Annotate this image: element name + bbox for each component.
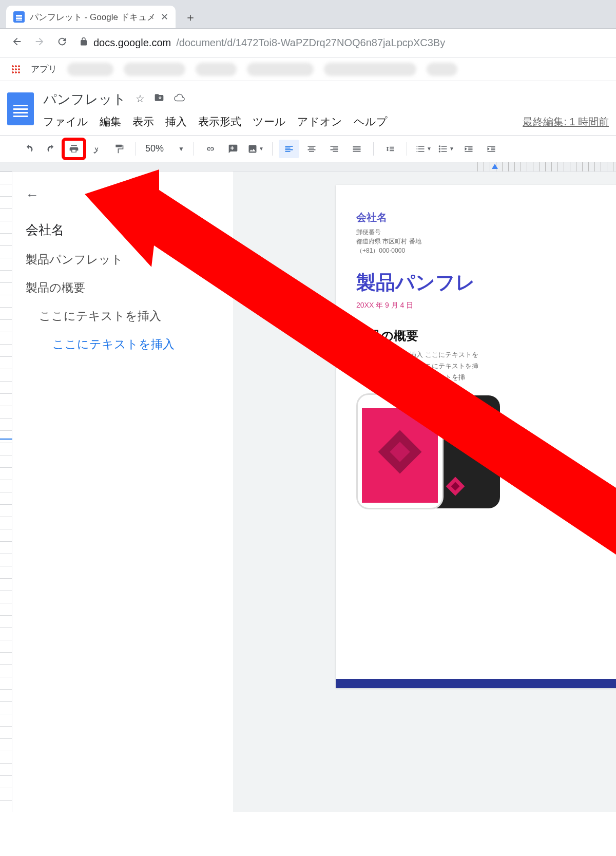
blurred-bookmark	[67, 63, 113, 76]
svg-point-1	[439, 148, 440, 149]
outline-item[interactable]: ここにテキストを挿入	[26, 308, 220, 324]
numbered-list-button[interactable]: ▼	[413, 140, 434, 158]
page-date: 20XX 年 9 月 4 日	[356, 301, 616, 310]
url-host: docs.google.com	[93, 37, 171, 49]
menu-addons[interactable]: アドオン	[297, 115, 342, 129]
spellcheck-button[interactable]	[86, 140, 107, 158]
zoom-value: 50%	[145, 143, 164, 154]
blurred-bookmark	[247, 63, 314, 76]
menu-file[interactable]: ファイル	[43, 115, 88, 129]
docs-header: パンフレット ☆ ファイル 編集 表示 挿入 表示形式 ツール アドオン ヘルプ…	[0, 81, 616, 136]
outline-panel: ← 会社名 ✕ 製品パンフレット 製品の概要 ここにテキストを挿入 ここにテキス…	[12, 172, 233, 812]
page-footer-bar	[336, 679, 616, 688]
add-comment-button[interactable]	[223, 140, 243, 158]
menu-insert[interactable]: 挿入	[165, 115, 187, 129]
url-path: /document/d/1472Toi8-WaPZDrq27NOQ6n87jaL…	[176, 37, 445, 49]
move-to-folder-icon[interactable]	[154, 92, 164, 106]
last-edit-link[interactable]: 最終編集: 1 時間前	[523, 115, 609, 129]
page-meta-line: 都道府県 市区町村 番地	[356, 237, 616, 246]
insert-link-button[interactable]	[200, 140, 221, 158]
page-body-line: ここにテキストを挿入 ここにテキストを	[356, 349, 616, 360]
blurred-bookmark	[324, 63, 416, 76]
insert-image-button[interactable]: ▼	[245, 140, 266, 158]
editor-area: ← 会社名 ✕ 製品パンフレット 製品の概要 ここにテキストを挿入 ここにテキス…	[0, 172, 616, 812]
page-body-line: テキストを挿入 ここにテキストを挿	[356, 372, 616, 383]
increase-indent-button[interactable]	[481, 140, 502, 158]
align-right-button[interactable]	[324, 140, 344, 158]
speaker-icon	[391, 400, 409, 403]
menu-format[interactable]: 表示形式	[198, 115, 241, 129]
blurred-bookmark	[196, 63, 237, 76]
page-meta-line: （+81）000-0000	[356, 246, 616, 255]
line-spacing-button[interactable]	[380, 140, 400, 158]
tab-close-icon[interactable]: ✕	[161, 11, 168, 23]
app-logo-icon	[378, 430, 422, 473]
outline-item-active[interactable]: ここにテキストを挿入	[26, 336, 220, 352]
page-meta-line: 郵便番号	[356, 227, 616, 237]
align-left-button[interactable]	[279, 140, 299, 158]
star-icon[interactable]: ☆	[136, 92, 145, 106]
browser-tab[interactable]: パンフレット - Google ドキュメン ✕	[6, 6, 176, 28]
align-justify-button[interactable]	[346, 140, 367, 158]
page-company: 会社名	[356, 211, 616, 224]
menu-tools[interactable]: ツール	[253, 115, 286, 129]
phone-screen	[362, 408, 438, 503]
browser-chrome: パンフレット - Google ドキュメン ✕ ＋ docs.google.co…	[0, 0, 616, 81]
page-body-text: ここにテキストを挿入 ここにテキストを こにテキストを挿入 ここにテキストを挿 …	[356, 349, 616, 383]
menu-bar: ファイル 編集 表示 挿入 表示形式 ツール アドオン ヘルプ 最終編集: 1 …	[43, 115, 609, 135]
outline-item[interactable]: 製品の概要	[26, 280, 220, 296]
phone-logo-icon	[446, 477, 465, 496]
undo-button[interactable]	[18, 140, 39, 158]
align-center-button[interactable]	[301, 140, 322, 158]
chevron-down-icon: ▼	[178, 145, 184, 153]
paint-format-button[interactable]	[109, 140, 129, 158]
cloud-status-icon[interactable]	[174, 92, 185, 106]
page-section-heading: 製品の概要	[356, 328, 616, 344]
zoom-dropdown[interactable]: 50% ▼	[142, 143, 187, 154]
new-tab-button[interactable]: ＋	[182, 9, 199, 26]
vertical-ruler[interactable]	[0, 172, 12, 812]
nav-forward-icon	[34, 36, 45, 50]
page-title: 製品パンフレ	[356, 270, 616, 296]
document-title[interactable]: パンフレット	[43, 90, 126, 108]
toolbar-separator	[407, 142, 407, 156]
document-canvas[interactable]: 会社名 郵便番号 都道府県 市区町村 番地 （+81）000-0000 製品パン…	[233, 172, 616, 812]
address-bar: docs.google.com/document/d/1472Toi8-WaPZ…	[0, 29, 616, 58]
svg-point-0	[439, 145, 440, 147]
tab-title: パンフレット - Google ドキュメン	[30, 11, 156, 23]
apps-grid-icon[interactable]	[11, 65, 21, 74]
menu-help[interactable]: ヘルプ	[354, 115, 388, 129]
menu-edit[interactable]: 編集	[100, 115, 121, 129]
phone-front-icon	[356, 393, 444, 509]
outline-collapse-icon[interactable]: ←	[26, 187, 220, 203]
ruler-ticks	[477, 162, 616, 172]
horizontal-ruler[interactable]	[0, 162, 616, 172]
redo-button[interactable]	[41, 140, 62, 158]
document-page[interactable]: 会社名 郵便番号 都道府県 市区町村 番地 （+81）000-0000 製品パン…	[336, 185, 616, 688]
page-meta: 郵便番号 都道府県 市区町村 番地 （+81）000-0000	[356, 227, 616, 255]
nav-reload-icon[interactable]	[56, 36, 68, 50]
outline-remove-icon[interactable]: ✕	[210, 230, 220, 243]
tab-strip: パンフレット - Google ドキュメン ✕ ＋	[0, 0, 616, 29]
toolbar-separator	[373, 142, 374, 156]
url-field[interactable]: docs.google.com/document/d/1472Toi8-WaPZ…	[79, 37, 605, 49]
outline-item[interactable]: 製品パンフレット	[26, 252, 220, 268]
toolbar-separator	[136, 142, 136, 156]
page-body-line: こにテキストを挿入 ここにテキストを挿	[356, 360, 616, 372]
decrease-indent-button[interactable]	[458, 140, 479, 158]
bookmark-apps-label[interactable]: アプリ	[31, 63, 57, 75]
lock-icon	[79, 37, 88, 49]
svg-point-2	[439, 150, 440, 152]
bookmarks-bar: アプリ	[0, 58, 616, 81]
blurred-bookmark	[427, 63, 457, 76]
indent-marker-icon[interactable]	[492, 164, 498, 169]
toolbar-separator	[272, 142, 273, 156]
print-button[interactable]	[64, 140, 84, 158]
nav-back-icon[interactable]	[11, 36, 23, 50]
toolbar-separator	[194, 142, 194, 156]
bulleted-list-button[interactable]: ▼	[436, 140, 456, 158]
outline-heading[interactable]: 会社名	[26, 221, 64, 238]
camera-lens-icon	[477, 409, 491, 422]
menu-view[interactable]: 表示	[132, 115, 154, 129]
google-docs-logo-icon[interactable]	[7, 92, 34, 125]
